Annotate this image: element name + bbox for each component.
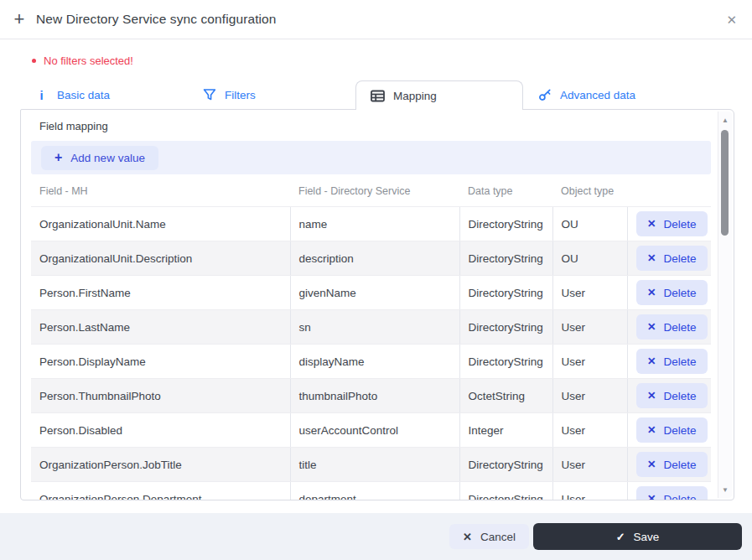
delete-x-icon: ✕ (647, 425, 656, 436)
delete-x-icon: ✕ (647, 288, 656, 298)
tab-filters[interactable]: Filters (188, 80, 355, 109)
cell-field-ds: givenName (290, 276, 459, 310)
close-icon: ✕ (463, 531, 472, 542)
cell-field-mh: Person.FirstName (31, 276, 290, 310)
save-label: Save (634, 531, 660, 543)
cell-actions: ✕ Delete (627, 345, 711, 379)
cell-data-type: OctetString (459, 379, 552, 413)
add-new-value-label: Add new value (70, 152, 145, 164)
column-header-object-type: Object type (552, 179, 627, 207)
table-row: OrganizationPerson.JobTitle title Direct… (31, 448, 711, 482)
delete-button[interactable]: ✕ Delete (636, 314, 708, 340)
delete-button[interactable]: ✕ Delete (636, 417, 708, 443)
delete-button[interactable]: ✕ Delete (636, 486, 708, 500)
cell-field-mh: OrganizationPerson.JobTitle (31, 448, 290, 482)
plus-icon: + (54, 151, 62, 164)
cell-field-ds: userAccountControl (290, 413, 459, 448)
table-row: Person.Disabled userAccountControl Integ… (31, 413, 711, 448)
delete-button[interactable]: ✕ Delete (636, 211, 708, 236)
delete-label: Delete (663, 287, 696, 299)
table-row: Person.FirstName givenName DirectoryStri… (31, 276, 711, 310)
delete-x-icon: ✕ (647, 219, 656, 230)
error-message: No filters selected! (32, 53, 133, 68)
cell-object-type: User (552, 379, 627, 413)
mapping-table-body: OrganizationalUnit.Name name DirectorySt… (31, 207, 711, 501)
delete-x-icon: ✕ (647, 253, 656, 264)
cell-actions: ✕ Delete (627, 379, 711, 413)
cell-field-mh: Person.Disabled (31, 413, 290, 448)
cell-field-ds: sn (290, 310, 459, 345)
tab-mapping[interactable]: Mapping (355, 80, 523, 110)
cell-field-mh: OrganizationalUnit.Name (31, 207, 290, 241)
close-icon[interactable]: ✕ (726, 13, 737, 26)
delete-x-icon: ✕ (647, 459, 656, 470)
cancel-label: Cancel (480, 531, 516, 543)
scrollbar-thumb[interactable] (721, 130, 729, 236)
error-bullet-icon (32, 59, 36, 63)
cell-object-type: OU (552, 207, 627, 241)
cell-actions: ✕ Delete (627, 413, 711, 448)
table-row: Person.DisplayName displayName Directory… (31, 345, 711, 379)
scroll-down-button[interactable]: ▼ (718, 483, 732, 496)
delete-label: Delete (663, 252, 696, 265)
column-header-actions (627, 179, 711, 207)
delete-button[interactable]: ✕ Delete (636, 280, 708, 305)
cell-actions: ✕ Delete (627, 276, 711, 310)
error-text: No filters selected! (44, 54, 133, 67)
table-icon (371, 90, 385, 102)
delete-label: Delete (663, 321, 696, 334)
delete-button[interactable]: ✕ Delete (636, 349, 708, 374)
delete-x-icon: ✕ (647, 494, 656, 500)
cell-object-type: User (552, 413, 627, 448)
cell-field-mh: Person.LastName (31, 310, 290, 345)
cell-data-type: DirectoryString (459, 276, 552, 310)
cell-data-type: DirectoryString (459, 207, 552, 241)
delete-button[interactable]: ✕ Delete (636, 383, 708, 408)
field-mapping-panel: Field mapping + Add new value Field - MH… (20, 109, 734, 500)
cell-field-mh: OrganizationalUnit.Description (31, 241, 290, 276)
cancel-button[interactable]: ✕ Cancel (449, 524, 529, 549)
delete-label: Delete (663, 355, 696, 368)
cell-data-type: DirectoryString (459, 241, 552, 276)
field-mapping-title: Field mapping (39, 120, 734, 132)
cell-object-type: User (552, 310, 627, 345)
scroll-up-button[interactable]: ▲ (718, 113, 732, 127)
cell-field-ds: title (290, 448, 459, 482)
column-header-field-ds: Field - Directory Service (290, 179, 459, 207)
table-row: Person.LastName sn DirectoryString User … (31, 310, 711, 345)
table-header-row: Field - MH Field - Directory Service Dat… (31, 179, 711, 207)
tab-label: Mapping (393, 90, 437, 102)
cell-object-type: User (552, 276, 627, 310)
tab-label: Filters (225, 89, 256, 101)
cell-field-ds: department (290, 482, 459, 501)
cell-object-type: User (552, 482, 627, 501)
cell-actions: ✕ Delete (627, 482, 711, 501)
tab-basic-data[interactable]: i Basic data (20, 80, 188, 109)
delete-label: Delete (663, 390, 696, 402)
cell-actions: ✕ Delete (627, 448, 711, 482)
cell-data-type: DirectoryString (459, 448, 552, 482)
column-header-data-type: Data type (459, 179, 552, 207)
cell-object-type: User (552, 345, 627, 379)
column-header-field-mh: Field - MH (31, 179, 290, 207)
cell-data-type: DirectoryString (459, 345, 552, 379)
tab-advanced-data[interactable]: Advanced data (523, 80, 691, 109)
delete-x-icon: ✕ (647, 391, 656, 402)
table-row: Person.ThumbnailPhoto thumbnailPhoto Oct… (31, 379, 711, 413)
delete-button[interactable]: ✕ Delete (636, 452, 708, 477)
vertical-scrollbar[interactable]: ▲ ▼ (718, 111, 732, 498)
delete-button[interactable]: ✕ Delete (636, 246, 708, 271)
cell-field-mh: OrganizationPerson.Department (31, 482, 290, 501)
cell-actions: ✕ Delete (627, 241, 711, 276)
mapping-toolbar: + Add new value (31, 141, 711, 174)
save-button[interactable]: ✓ Save (533, 523, 742, 550)
tab-label: Advanced data (560, 89, 635, 101)
dialog-title: New Directory Service sync configuration (36, 12, 277, 27)
table-row: OrganizationalUnit.Name name DirectorySt… (31, 207, 711, 241)
cell-field-mh: Person.DisplayName (31, 345, 290, 379)
delete-label: Delete (663, 218, 696, 231)
delete-label: Delete (663, 459, 696, 471)
info-icon: i (34, 88, 49, 102)
add-new-value-button[interactable]: + Add new value (41, 146, 158, 170)
dialog-titlebar: + New Directory Service sync configurati… (0, 0, 752, 39)
